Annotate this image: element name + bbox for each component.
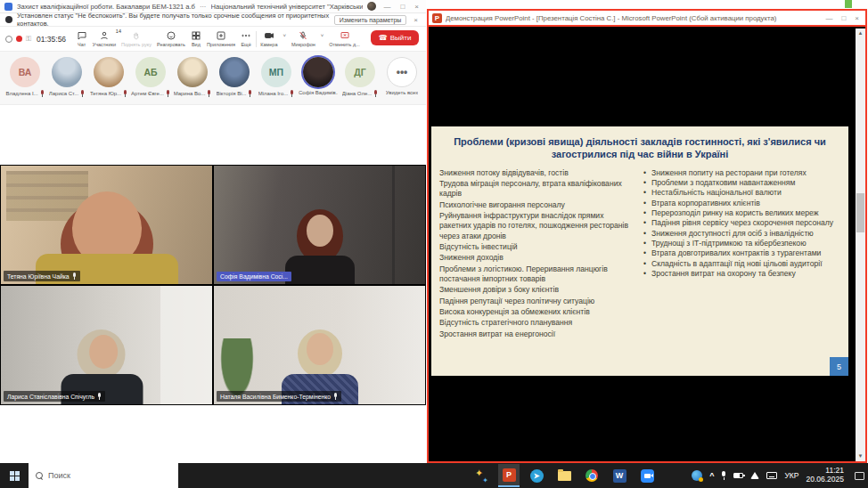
keyboard-icon[interactable] [766, 472, 777, 479]
taskbar-zoom-icon[interactable] [636, 464, 658, 487]
bullet-item: Висока конкуренція за обмежених клієнтів [439, 307, 636, 317]
taskbar-powerpoint-icon[interactable]: P [498, 464, 520, 487]
participant-avatar[interactable]: Вікторія Ві... [217, 57, 252, 104]
taskbar-word-icon[interactable]: W [609, 464, 630, 487]
avatar-photo [177, 57, 208, 87]
see-everyone-button[interactable]: ••• Увидеть всех [384, 57, 420, 104]
scroll-up-icon[interactable]: ▲ [856, 28, 865, 38]
mic-chevron-icon[interactable]: ˅ [321, 33, 324, 38]
change-settings-button[interactable]: Изменить параметры [334, 15, 407, 25]
meeting-timer: 01:35:56 [37, 35, 66, 44]
bullet-item: Труднощі з ІТ-підтримкою та кібербезпеко… [643, 239, 840, 248]
tile-background [160, 286, 212, 404]
leave-phone-icon: ☎ [379, 34, 388, 42]
tray-edge-icon[interactable] [692, 470, 702, 481]
mic-muted-icon [207, 90, 211, 97]
scrollbar-thumb[interactable] [856, 193, 864, 232]
more-button[interactable]: Ещё [241, 30, 251, 47]
taskbar-search-input[interactable]: Поиск [29, 463, 178, 488]
battery-icon[interactable] [733, 473, 743, 478]
scroll-down-icon[interactable]: ▼ [856, 451, 865, 461]
participant-name-label: Наталя Василівна Бименко-Терміненко [217, 391, 341, 402]
person-silhouette [285, 256, 355, 284]
participants-button[interactable]: 14 Участники [93, 30, 116, 47]
leave-meeting-button[interactable]: ☎ Выйти [371, 30, 420, 45]
participant-avatar[interactable]: Лариса Ст... [49, 57, 85, 104]
video-tile[interactable]: Лариса Станіславівна Спічугль [0, 285, 213, 405]
windows-taskbar: Поиск P ➤ W ^ УКР 11:21 20.06.2025 [0, 463, 868, 488]
notification-center-icon[interactable] [855, 472, 864, 480]
taskbar-chrome-icon[interactable] [581, 464, 602, 487]
react-button[interactable]: Реагировать [157, 30, 185, 47]
maximize-button[interactable]: □ [397, 3, 407, 11]
bullet-item: Складність в адаптації під нові цільові … [643, 259, 840, 269]
mic-muted-icon [123, 90, 127, 97]
slide-number-badge: 5 [830, 357, 848, 376]
desktop-strip [426, 0, 868, 9]
bullet-item: Зниження доходів [439, 253, 636, 263]
search-highlights-icon[interactable] [471, 464, 492, 487]
apps-button[interactable]: Приложения [207, 30, 235, 47]
stop-share-icon [340, 30, 350, 41]
video-tile[interactable]: Тетяна Юріївна Чайка [0, 165, 213, 285]
close-button[interactable]: × [412, 3, 422, 11]
clock[interactable]: 11:21 20.06.2025 [806, 467, 844, 484]
bullet-item: Падіння рівня сервісу через скорочення п… [643, 218, 840, 228]
stop-share-button[interactable]: Отменить д... [329, 30, 359, 47]
dismiss-status-icon[interactable]: × [411, 16, 421, 24]
zoom-meeting-window: Захист кваліфікаційної роботи. Бакалаври… [0, 0, 426, 463]
participant-avatar[interactable]: ВА Владлена І... [7, 57, 43, 104]
slide-title: Проблеми (кризові явища) діяльності закл… [445, 135, 835, 161]
minimize-button[interactable]: — [823, 14, 835, 22]
participant-avatar-active-speaker[interactable]: Софія Вадимів... [300, 57, 336, 104]
person-silhouette [89, 335, 118, 369]
bullet-item: Втрата довготривалих контрактів з тураге… [643, 248, 840, 258]
raise-hand-button[interactable]: Поднять руку [121, 30, 151, 47]
participant-avatar[interactable]: Марина Во... [175, 57, 210, 104]
mic-muted-icon [333, 393, 338, 400]
bullet-item: Перерозподіл ринку на користь великих ме… [643, 208, 840, 218]
participant-avatar[interactable]: Тетяна Юр... [91, 57, 127, 104]
scrollbar[interactable]: ▲ ▼ [856, 28, 865, 461]
dnd-status-bar: Установлен статус "Не беспокоить". Вы бу… [0, 13, 426, 27]
view-button[interactable]: Вид [191, 30, 201, 47]
taskbar-telegram-icon[interactable]: ➤ [526, 464, 547, 487]
participant-avatar[interactable]: АБ Артем Євге... [133, 57, 168, 104]
tray-mic-icon[interactable] [721, 471, 726, 480]
content-spacer [0, 105, 426, 165]
language-indicator[interactable]: УКР [784, 471, 798, 480]
mic-icon [72, 272, 77, 280]
toolbar-center: Чат 14 Участники Поднять руку Реагироват… [77, 30, 251, 47]
dnd-moon-icon [5, 16, 12, 23]
bullet-item: Зростання витрат на енергоносії [439, 329, 636, 339]
bullet-item: Втрата корпоративних клієнтів [643, 199, 840, 208]
avatar-photo [94, 57, 124, 87]
taskbar-file-explorer-icon[interactable] [553, 464, 575, 487]
minimize-button[interactable]: — [381, 3, 393, 11]
video-tile[interactable]: Софія Вадимівна Сосі... [213, 165, 426, 285]
video-tile[interactable]: Наталя Василівна Бименко-Терміненко [213, 285, 426, 405]
participant-avatar[interactable]: МП Мілана Іго... [258, 57, 294, 104]
avatar-initials: МП [261, 57, 291, 87]
close-button[interactable]: × [852, 14, 862, 22]
camera-button[interactable]: Камера [260, 30, 277, 47]
bullet-item: Зростання витрат на охорону та безпеку [643, 269, 840, 279]
participant-name-label: Тетяна Юріївна Чайка [4, 271, 80, 281]
powerpoint-window: P Демонстрация PowerPoint - [Презентація… [427, 9, 867, 463]
meeting-status-cluster: ⚿ 01:35:56 [5, 35, 66, 44]
camera-chevron-icon[interactable]: ˅ [283, 33, 286, 38]
wifi-icon[interactable] [750, 472, 759, 479]
tile-background [392, 166, 395, 284]
content-spacer [0, 405, 426, 463]
tray-chevron-up-icon[interactable]: ^ [709, 471, 714, 480]
mic-button[interactable]: Микрофон [291, 30, 315, 47]
raise-hand-icon [131, 30, 142, 41]
start-button[interactable] [0, 463, 29, 488]
maximize-button[interactable]: □ [839, 14, 848, 22]
shield-icon [5, 36, 12, 43]
recording-icon [16, 36, 22, 42]
powerpoint-shared-window: P Демонстрация PowerPoint - [Презентація… [426, 0, 868, 463]
participant-avatar[interactable]: ДГ Діана Оле... [342, 57, 378, 104]
chat-button[interactable]: Чат [77, 30, 87, 47]
avatar-photo [303, 57, 333, 87]
